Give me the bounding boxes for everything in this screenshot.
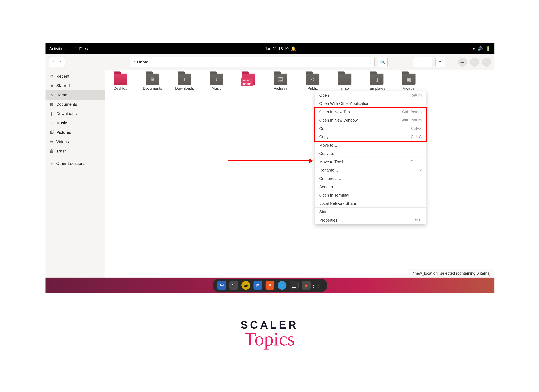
dock-app-terminal[interactable]: ▁ <box>290 281 298 290</box>
search-button[interactable]: 🔍 <box>378 57 388 67</box>
minimize-button[interactable]: — <box>458 58 467 67</box>
image-icon: 🖼 <box>50 130 54 135</box>
menu-item-label: Send to… <box>319 185 337 189</box>
context-menu-item[interactable]: Open in Terminal <box>315 191 426 199</box>
forward-button[interactable]: › <box>57 57 65 67</box>
menu-item-shortcut: F2 <box>417 168 422 172</box>
path-bar[interactable]: ⌂ Home ⋮ <box>130 57 375 67</box>
folder-item[interactable]: ↓Downloads <box>176 74 193 91</box>
app-name-label: Files <box>79 46 88 51</box>
menu-item-label: Compress… <box>319 176 341 181</box>
trash-icon: 🗑 <box>50 149 54 154</box>
sidebar-item-starred[interactable]: ★Starred <box>45 81 105 90</box>
dock: ✉ 🗀 ◉ 🗎 A ? ▁ ◆ ⋮⋮⋮ <box>213 279 327 292</box>
menu-item-label: Open in Terminal <box>319 193 349 197</box>
notification-bell-icon[interactable]: 🔔 <box>291 46 296 51</box>
folder-icon: ▯ <box>370 74 384 85</box>
activities-button[interactable]: Activities <box>49 46 66 51</box>
content-area[interactable]: Desktop🗎Documents↓Downloads♪Musicnew_loc… <box>105 70 495 277</box>
menu-item-label: Cut <box>319 126 325 131</box>
folder-label: Videos <box>403 86 414 91</box>
selection-status-bar: "new_location" selected (containing 0 it… <box>409 269 495 277</box>
sidebar-item-videos[interactable]: ▭Videos <box>45 137 105 146</box>
folder-item[interactable]: <Public <box>304 74 321 91</box>
folder-label: snap <box>341 86 349 91</box>
sidebar-item-other-locations[interactable]: ＋ Other Locations <box>45 158 105 168</box>
folder-label: Desktop <box>114 86 127 91</box>
view-dropdown-button[interactable]: ⌄ <box>423 57 432 67</box>
sidebar-item-music[interactable]: ♪Music <box>45 118 105 128</box>
home-icon: ⌂ <box>50 93 54 97</box>
context-menu-item[interactable]: Rename…F2 <box>315 166 426 174</box>
dock-app-grid[interactable]: ⋮⋮⋮ <box>314 281 322 290</box>
sidebar-item-downloads[interactable]: ⭳Downloads <box>45 109 105 118</box>
folder-label: Documents <box>143 86 162 91</box>
gnome-topbar: Activities 🗀 Files Jun 21 18:10 🔔 ▾ 🔊 🔋 <box>45 43 495 54</box>
folder-icon: < <box>306 74 319 85</box>
menu-item-label: Properties <box>319 218 337 223</box>
folders-grid: Desktop🗎Documents↓Downloads♪Musicnew_loc… <box>105 72 495 91</box>
folder-label: Music <box>212 86 222 91</box>
context-menu-item[interactable]: Open With Other Application <box>315 99 426 108</box>
wifi-icon[interactable]: ▾ <box>473 46 475 51</box>
battery-icon[interactable]: 🔋 <box>486 46 491 51</box>
sidebar-item-home[interactable]: ⌂Home <box>45 90 105 100</box>
dock-app-files[interactable]: 🗀 <box>229 281 238 290</box>
context-menu-item[interactable]: Open In New WindowShift+Return <box>315 116 426 124</box>
dock-app-libreoffice[interactable]: 🗎 <box>254 281 262 290</box>
back-button[interactable]: ‹ <box>49 57 57 67</box>
clock-label[interactable]: Jun 21 18:10 <box>265 46 289 51</box>
sidebar-item-label: Starred <box>56 83 70 88</box>
sidebar-item-documents[interactable]: 🗎Documents <box>45 100 105 109</box>
menu-item-shortcut: Ctrl+C <box>411 134 422 139</box>
menu-item-shortcut: Ctrl+I <box>413 218 422 222</box>
dock-app-rhythmbox[interactable]: ◉ <box>241 281 250 290</box>
maximize-button[interactable]: ▢ <box>470 58 479 67</box>
folder-item[interactable]: ▯Templates <box>368 74 385 91</box>
folder-icon: ▣ <box>402 74 415 85</box>
folder-item[interactable]: ▣Videos <box>400 74 417 91</box>
context-menu-item[interactable]: CutCtrl+X <box>315 124 426 133</box>
context-menu-item[interactable]: Send to… <box>315 183 426 191</box>
list-view-button[interactable]: ☰ <box>413 57 423 67</box>
folder-item[interactable]: snap <box>336 74 353 91</box>
context-menu-item[interactable]: Move to… <box>315 141 426 149</box>
context-menu-item[interactable]: Star <box>315 208 426 216</box>
dock-app-thunderbird[interactable]: ✉ <box>217 281 226 290</box>
folder-item[interactable]: ♪Music <box>208 74 225 91</box>
context-menu-item[interactable]: Move to TrashDelete <box>315 158 426 166</box>
sidebar-item-recent[interactable]: ↻Recent <box>45 72 105 81</box>
context-menu-item[interactable]: Local Network Share <box>315 199 426 207</box>
close-button[interactable]: ✕ <box>482 58 491 67</box>
sidebar-item-trash[interactable]: 🗑Trash <box>45 146 105 156</box>
annotation-arrow <box>228 160 313 161</box>
menu-item-label: Open In New Tab <box>319 110 350 114</box>
volume-icon[interactable]: 🔊 <box>478 46 483 51</box>
context-menu-item[interactable]: PropertiesCtrl+I <box>315 216 426 224</box>
current-app-indicator[interactable]: 🗀 Files <box>74 46 88 51</box>
menu-item-label: Move to… <box>319 143 337 148</box>
folder-icon <box>114 74 127 85</box>
video-icon: ▭ <box>50 139 54 144</box>
folder-item[interactable]: Desktop <box>112 74 129 91</box>
sidebar-item-pictures[interactable]: 🖼Pictures <box>45 128 105 137</box>
context-menu-item[interactable]: Open In New TabCtrl+Return <box>315 108 426 116</box>
folder-item[interactable]: 🗎Documents <box>144 74 161 91</box>
context-menu-item[interactable]: CopyCtrl+C <box>315 133 426 141</box>
sidebar-item-label: Home <box>56 93 67 97</box>
hamburger-button[interactable]: ≡ <box>435 57 445 67</box>
menu-item-label: Open With Other Application <box>319 101 369 106</box>
folder-icon: ↓ <box>178 74 191 85</box>
menu-item-label: Move to Trash <box>319 160 344 164</box>
folder-item[interactable]: 🖼Pictures <box>272 74 289 91</box>
dock-app-help[interactable]: ? <box>278 281 286 290</box>
folder-item[interactable]: new_locationew_location <box>240 74 257 91</box>
clock-icon: ↻ <box>50 74 54 79</box>
dock-app-software[interactable]: A <box>265 281 274 290</box>
context-menu-item[interactable]: Copy to… <box>315 149 426 158</box>
path-kebab-button[interactable]: ⋮ <box>366 57 375 67</box>
context-menu-item[interactable]: Compress… <box>315 174 426 183</box>
menu-item-label: Open In New Window <box>319 118 358 123</box>
context-menu-item[interactable]: OpenReturn <box>315 91 426 99</box>
dock-app-brave[interactable]: ◆ <box>302 281 311 290</box>
